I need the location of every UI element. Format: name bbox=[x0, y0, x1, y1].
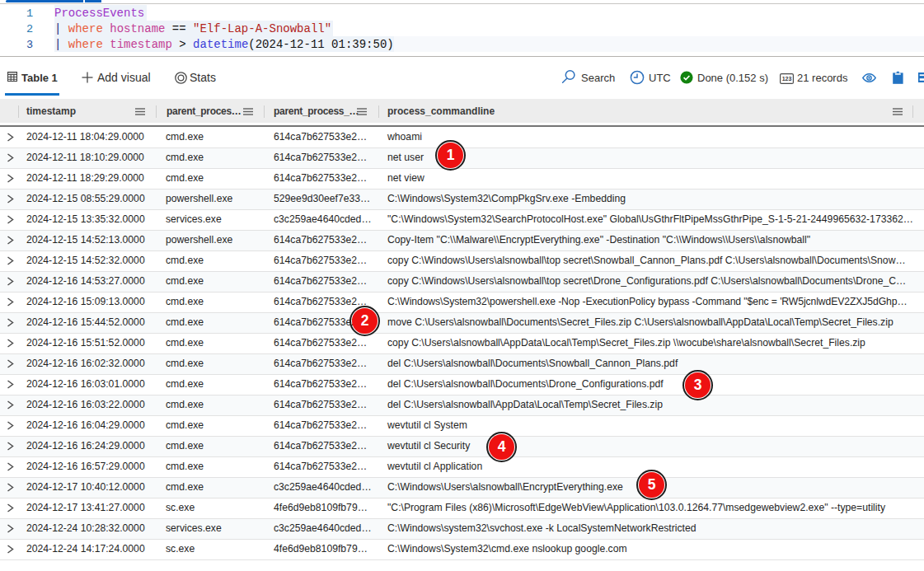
svg-text:123: 123 bbox=[782, 76, 792, 82]
